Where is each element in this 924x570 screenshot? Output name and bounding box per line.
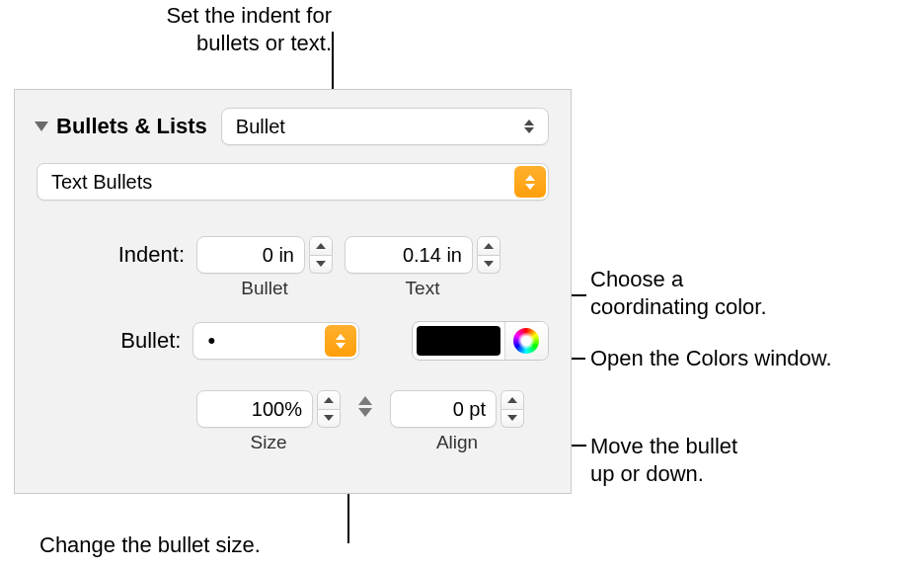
- size-sublabel: Size: [251, 432, 287, 453]
- callout-align: Move the bullet up or down.: [590, 433, 737, 487]
- disclosure-triangle-icon[interactable]: [35, 122, 48, 131]
- indent-bullet-field[interactable]: [196, 236, 305, 274]
- bullet-character-dropdown[interactable]: •: [192, 322, 359, 360]
- size-stepper[interactable]: [317, 390, 341, 428]
- callout-color: Choose a coordinating color.: [590, 266, 767, 320]
- callout-size: Change the bullet size.: [39, 531, 261, 559]
- callout-indent: Set the indent for bullets or text.: [115, 2, 332, 56]
- vertical-offset-icon: [352, 396, 378, 417]
- list-style-value: Bullet: [236, 116, 285, 138]
- section-title: Bullets & Lists: [56, 114, 207, 139]
- color-wheel-icon: [513, 328, 539, 354]
- list-style-dropdown[interactable]: Bullet: [221, 108, 549, 145]
- color-wheel-button[interactable]: [504, 322, 548, 360]
- callout-wheel: Open the Colors window.: [590, 345, 832, 372]
- bullet-label: Bullet:: [37, 328, 181, 354]
- align-field[interactable]: [390, 390, 497, 428]
- indent-bullet-sublabel: Bullet: [241, 278, 288, 299]
- bullets-lists-panel: Bullets & Lists Bullet Text Bullets Inde…: [14, 89, 572, 494]
- indent-text-sublabel: Text: [406, 278, 440, 299]
- bullet-type-value: Text Bullets: [51, 171, 152, 194]
- updown-accent-icon: [325, 325, 356, 357]
- align-stepper[interactable]: [500, 390, 524, 428]
- align-sublabel: Align: [436, 432, 478, 453]
- color-swatch[interactable]: [417, 326, 500, 356]
- updown-accent-icon: [514, 166, 546, 198]
- indent-text-stepper[interactable]: [477, 236, 500, 274]
- indent-text-field[interactable]: [345, 236, 473, 274]
- size-field[interactable]: [196, 390, 313, 428]
- bullet-character-value: •: [207, 328, 215, 354]
- bullet-type-dropdown[interactable]: Text Bullets: [37, 163, 549, 201]
- bullet-color-well: [412, 321, 549, 361]
- updown-icon: [520, 120, 538, 133]
- indent-bullet-stepper[interactable]: [309, 236, 333, 274]
- indent-label: Indent:: [37, 236, 185, 268]
